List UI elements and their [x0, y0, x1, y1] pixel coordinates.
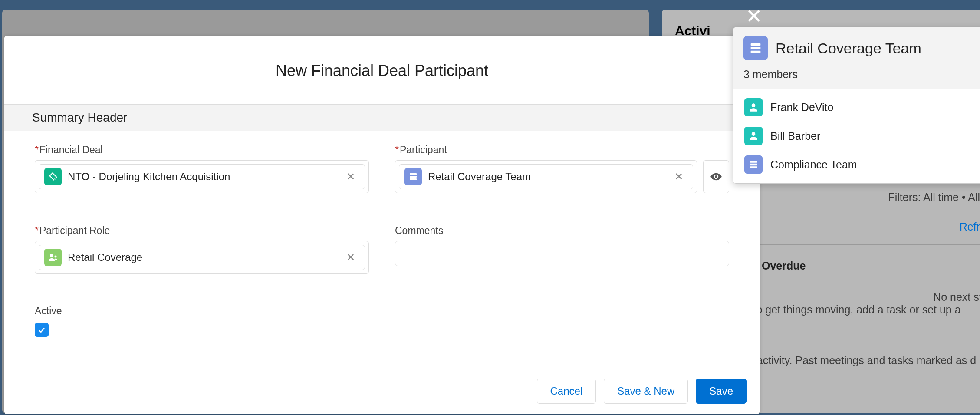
field-active: Active	[35, 305, 369, 355]
popover-header: ✕ Retail Coverage Team 3 members	[733, 27, 980, 89]
eye-icon	[710, 171, 722, 183]
required-indicator: *	[35, 144, 39, 155]
no-steps-line2: To get things moving, add a task or set …	[751, 303, 980, 316]
field-label: *Participant Role	[35, 225, 369, 237]
past-activity-text: t activity. Past meetings and tasks mark…	[751, 354, 976, 367]
lookup-pill: Retail Coverage ✕	[39, 245, 365, 270]
team-icon	[744, 155, 763, 174]
svg-point-8	[752, 103, 756, 107]
svg-rect-2	[410, 178, 417, 180]
svg-rect-0	[410, 173, 417, 175]
lookup-pill: NTO - Dorjeling Kitchen Acquisition ✕	[39, 164, 365, 189]
list-item[interactable]: Frank DeVito	[733, 93, 980, 122]
comments-input[interactable]	[395, 241, 729, 266]
required-indicator: *	[395, 144, 399, 155]
lookup-value: Retail Coverage	[68, 251, 336, 263]
lookup-pill: Retail Coverage Team ✕	[399, 164, 693, 189]
form-body: *Financial Deal NTO - Dorjeling Kitchen …	[4, 131, 760, 368]
svg-point-9	[752, 132, 756, 136]
field-label: *Financial Deal	[35, 144, 369, 156]
member-name: Compliance Team	[770, 158, 857, 171]
svg-rect-12	[750, 166, 757, 168]
check-icon	[37, 326, 46, 334]
no-steps-line1: No next steps.	[829, 291, 980, 303]
svg-rect-10	[750, 161, 757, 162]
popover-title: Retail Coverage Team	[776, 40, 921, 57]
svg-point-3	[50, 254, 53, 257]
member-name: Bill Barber	[770, 130, 820, 142]
field-participant: *Participant Retail Coverage Team ✕	[395, 144, 729, 211]
lookup-value: Retail Coverage Team	[428, 171, 664, 183]
team-preview-popover: ✕ Retail Coverage Team 3 members Frank D…	[733, 27, 980, 184]
user-icon	[744, 127, 763, 145]
field-comments: Comments	[395, 225, 729, 292]
save-and-new-button[interactable]: Save & New	[604, 379, 688, 404]
list-item[interactable]: Compliance Team	[733, 150, 980, 179]
divider	[752, 339, 980, 339]
team-icon	[404, 168, 422, 185]
svg-rect-1	[410, 176, 417, 178]
clear-icon[interactable]: ✕	[342, 251, 359, 263]
modal-footer: Cancel Save & New Save	[4, 368, 760, 414]
clear-icon[interactable]: ✕	[342, 171, 359, 183]
divider	[752, 244, 980, 245]
member-name: Frank DeVito	[770, 101, 833, 114]
filters-text: Filters: All time • All	[888, 191, 980, 204]
close-icon[interactable]: ✕	[746, 6, 763, 26]
modal-title: New Financial Deal Participant	[4, 36, 760, 104]
svg-rect-7	[751, 51, 761, 53]
field-financial-deal: *Financial Deal NTO - Dorjeling Kitchen …	[35, 144, 369, 211]
svg-rect-6	[751, 47, 761, 49]
field-label: Active	[35, 305, 369, 317]
team-icon	[743, 36, 768, 60]
participant-role-lookup[interactable]: Retail Coverage ✕	[35, 241, 369, 274]
field-label: Comments	[395, 225, 729, 237]
required-indicator: *	[35, 225, 39, 236]
active-checkbox[interactable]	[35, 323, 49, 337]
no-steps-text: No next steps. To get things moving, add…	[751, 291, 980, 316]
role-icon	[44, 249, 62, 266]
deal-icon	[44, 168, 62, 185]
list-item[interactable]: Bill Barber	[733, 122, 980, 150]
cancel-button[interactable]: Cancel	[537, 379, 596, 404]
save-button[interactable]: Save	[696, 379, 747, 404]
field-participant-role: *Participant Role Retail Coverage ✕	[35, 225, 369, 292]
refresh-link[interactable]: Refr	[960, 221, 980, 233]
field-label: *Participant	[395, 144, 729, 156]
participant-lookup[interactable]: Retail Coverage Team ✕	[395, 160, 697, 193]
lookup-value: NTO - Dorjeling Kitchen Acquisition	[68, 171, 336, 183]
section-header: Summary Header	[4, 104, 760, 131]
preview-button[interactable]	[703, 160, 729, 193]
popover-member-list: Frank DeVito Bill Barber Compliance Team	[733, 89, 980, 183]
financial-deal-lookup[interactable]: NTO - Dorjeling Kitchen Acquisition ✕	[35, 160, 369, 193]
clear-icon[interactable]: ✕	[670, 171, 687, 183]
svg-rect-5	[751, 43, 761, 46]
user-icon	[744, 98, 763, 116]
svg-point-4	[55, 255, 57, 257]
popover-subtitle: 3 members	[743, 68, 980, 81]
svg-rect-11	[750, 164, 757, 165]
new-participant-modal: New Financial Deal Participant Summary H…	[4, 36, 760, 414]
